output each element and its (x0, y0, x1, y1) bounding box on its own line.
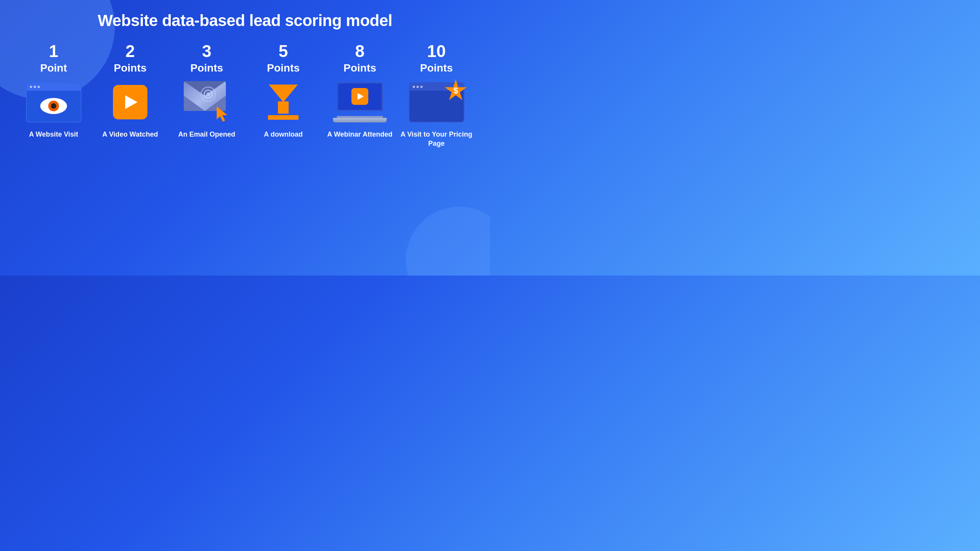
laptop-play-triangle (358, 93, 364, 100)
icon-wrapper-1 (26, 81, 82, 123)
page-container: Website data-based lead scoring model 1 … (0, 0, 490, 276)
dollar-sign: $ (453, 86, 458, 96)
item-desc-2: A Video Watched (102, 130, 158, 139)
dollar-badge: $ (444, 79, 467, 102)
score-item-webinar: 8 Points A Webinar Attended (322, 41, 398, 139)
page-title: Website data-based lead scoring model (98, 11, 392, 30)
laptop-play-button (351, 88, 368, 105)
play-triangle (125, 95, 137, 109)
points-label-3: 3 Points (190, 41, 223, 74)
item-desc-4: A download (264, 130, 302, 139)
score-item-video-watched: 2 Points A Video Watched (92, 41, 168, 139)
download-arrow-icon (268, 85, 299, 120)
score-item-website-visit: 1 Point (15, 41, 92, 139)
points-label-4: 5 Points (267, 41, 300, 74)
icon-wrapper-2 (103, 81, 158, 123)
browser-dollar-icon: $ (409, 82, 464, 122)
item-desc-5: A Webinar Attended (327, 130, 392, 139)
browser-dot-3 (38, 86, 40, 88)
arrow-base (268, 115, 299, 120)
icon-wrapper-4 (256, 81, 311, 123)
score-item-pricing: 10 Points $ (398, 41, 475, 148)
pricing-dot-3 (420, 86, 423, 88)
laptop-base (333, 118, 387, 122)
browser-content (27, 91, 81, 122)
laptop-screen (337, 82, 383, 111)
item-desc-1: A Website Visit (29, 130, 78, 139)
icon-wrapper-5 (332, 81, 388, 123)
points-label-1: 1 Point (40, 41, 67, 74)
scoring-items-row: 1 Point (15, 41, 475, 268)
browser-bar (27, 83, 81, 91)
svg-marker-0 (217, 106, 227, 122)
pricing-dot-2 (416, 86, 419, 88)
browser-dot-2 (34, 86, 36, 88)
item-desc-3: An Email Opened (178, 130, 235, 139)
points-label-2: 2 Points (114, 41, 147, 74)
star-burst-shape: $ (444, 79, 467, 102)
eye-outer (40, 98, 67, 114)
browser-eye-icon (26, 82, 82, 122)
eye-inner (51, 103, 56, 109)
cursor-arrow-icon (217, 106, 230, 122)
points-label-6: 10 Points (420, 41, 453, 74)
play-button-icon (113, 85, 147, 119)
score-item-email-opened: 3 Points (168, 41, 245, 139)
item-desc-6: A Visit to Your Pricing Page (398, 130, 475, 148)
icon-wrapper-3 (180, 81, 234, 123)
arrow-head (269, 85, 298, 102)
arrow-stem (278, 101, 289, 114)
pricing-dot-1 (413, 86, 415, 88)
score-item-download: 5 Points A download (245, 41, 322, 139)
eye-pupil (48, 101, 59, 111)
laptop-play-icon (333, 82, 387, 122)
icon-wrapper-6: $ (409, 81, 464, 123)
points-label-5: 8 Points (343, 41, 376, 74)
browser-dot-1 (30, 86, 32, 88)
